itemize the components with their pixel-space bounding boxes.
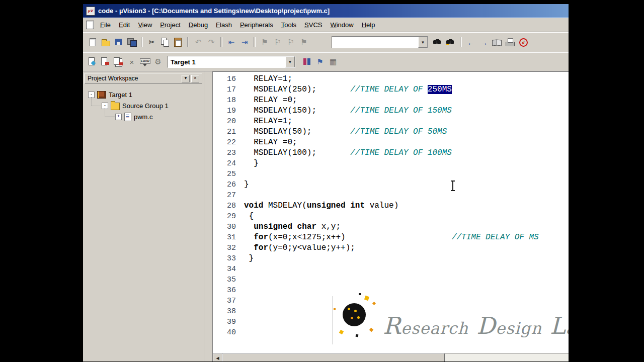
panel-splitter[interactable] [204,71,213,361]
save-icon[interactable] [112,36,125,48]
code-editor[interactable]: 16 RELAY=1;17 MSDELAY(250); //TIME DELAY… [213,71,569,361]
tree-expander[interactable]: + [115,114,122,120]
menu-file[interactable]: File [96,20,115,30]
menu-tools[interactable]: Tools [277,20,300,30]
target-value[interactable]: Target 1 [168,58,285,66]
tree-item-target-1[interactable]: -Target 1 [83,89,204,100]
line-code: { [244,211,254,222]
scroll-left-button[interactable]: ◀ [213,353,222,361]
editor-line[interactable]: 18 RELAY =0; [213,95,569,106]
unindent-icon[interactable] [225,36,238,48]
file-extensions-icon[interactable] [313,56,327,68]
workspace-menu-button[interactable]: ▾ [182,75,190,82]
stop-build-icon[interactable] [125,56,138,68]
undo-icon[interactable] [192,36,205,48]
workspace-close-button[interactable]: × [191,75,199,82]
find-combobox[interactable]: ▼ [332,36,428,48]
menu-view[interactable]: View [134,20,156,30]
editor-line[interactable]: 35 [213,275,569,285]
editor-line[interactable]: 16 RELAY=1; [213,74,569,84]
open-folder-icon[interactable] [99,36,112,48]
editor-line[interactable]: 29 { [213,211,569,222]
build-target-icon[interactable] [99,56,112,68]
editor-line[interactable]: 34 [213,264,569,275]
code-text: { [244,212,254,221]
line-number: 35 [213,275,244,285]
menu-project[interactable]: Project [156,20,184,30]
target-dropdown-button[interactable]: ▼ [285,56,295,67]
menu-edit[interactable]: Edit [115,20,134,30]
watermark-word: Research [383,312,468,339]
menu-help[interactable]: Help [358,20,379,30]
paste-icon[interactable] [172,36,185,48]
editor-line[interactable]: 32 for(y=0;y<value;y++); [213,243,569,253]
find-in-files-icon[interactable] [431,36,444,48]
menu-debug[interactable]: Debug [185,20,212,30]
bookmark-toggle-icon[interactable] [258,36,271,48]
print-icon[interactable] [504,36,517,48]
document-icon[interactable] [86,21,94,29]
editor-line[interactable]: 27 [213,190,569,201]
download-flash-icon[interactable] [138,56,151,68]
line-number: 29 [213,211,244,222]
code-text: RELAY =0; [244,138,297,147]
line-number: 40 [213,327,244,338]
horizontal-scrollbar[interactable]: ◀ [213,353,569,361]
copy-icon[interactable] [158,36,172,48]
target-combobox[interactable]: Target 1 ▼ [168,56,295,68]
options-for-target-icon[interactable] [300,56,313,68]
toolbar-separator [187,37,189,47]
editor-line[interactable]: 21 MSDELAY(50); //TIME DELAY OF 50MS [213,127,569,137]
editor-line[interactable]: 20 RELAY=1; [213,116,569,127]
code-text: (y=0;y<value;y++); [268,243,355,252]
bookmark-next-icon[interactable] [284,36,297,48]
code-text: } [244,254,254,263]
project-workspace-panel: Project Workspace ▾ × -Target 1-Source G… [83,71,204,361]
tree-item-label[interactable]: Source Group 1 [122,102,169,110]
line-code: for(y=0;y<value;y++); [244,243,355,253]
new-file-icon[interactable] [86,36,99,48]
find-dropdown-button[interactable]: ▼ [418,37,428,48]
editor-line[interactable]: 33 } [213,253,569,264]
editor-line[interactable]: 26} [213,179,569,190]
indent-icon[interactable] [238,36,251,48]
cut-icon[interactable] [145,36,158,48]
tree-item-source-group-1[interactable]: -Source Group 1 [83,100,204,111]
editor-line[interactable]: 17 MSDELAY(250); //TIME DELAY OF 250MS [213,84,569,95]
navigate-forward-icon[interactable] [477,36,491,48]
line-number: 27 [213,190,244,201]
configure-flash-icon[interactable] [151,56,165,68]
menu-window[interactable]: Window [326,20,357,30]
tree-item-label[interactable]: Target 1 [109,91,132,99]
tree-item-pwm-c[interactable]: +pwm.c [83,111,204,122]
bookmark-clear-icon[interactable] [297,36,310,48]
update-icon[interactable] [517,36,530,48]
line-number: 25 [213,169,244,179]
editor-line[interactable]: 24 } [213,158,569,169]
editor-line[interactable]: 19 MSDELAY(150); //TIME DELAY OF 150MS [213,106,569,116]
uvision-window: code - µVision3 - [C:\Documents and Sett… [83,4,569,361]
menu-flash[interactable]: Flash [212,20,236,30]
redo-icon[interactable] [205,36,218,48]
editor-line[interactable]: 23 MSDELAY(100); //TIME DELAY OF 100MS [213,148,569,158]
translate-file-icon[interactable] [86,56,99,68]
save-all-icon[interactable] [125,36,138,48]
environment-icon[interactable] [327,56,340,68]
rebuild-all-icon[interactable] [112,56,125,68]
editor-line[interactable]: 28void MSDELAY(unsigned int value) [213,201,569,211]
line-code: unsigned char x,y; [244,222,341,232]
menu-peripherals[interactable]: Peripherals [236,20,277,30]
editor-line[interactable]: 31 for(x=0;x<1275;x++) //TIME DELAY OF M… [213,232,569,243]
bookmark-prev-icon[interactable] [271,36,284,48]
editor-line[interactable]: 22 RELAY =0; [213,137,569,148]
find-icon[interactable] [444,36,457,48]
editor-line[interactable]: 37 [213,296,569,306]
tree-item-label[interactable]: pwm.c [134,113,153,121]
navigate-back-icon[interactable] [464,36,477,48]
editor-line[interactable]: 25 [213,169,569,179]
editor-line[interactable]: 36 [213,285,569,296]
editor-line[interactable]: 30 unsigned char x,y; [213,222,569,232]
menu-svcs[interactable]: SVCS [300,20,326,30]
scrollbar-thumb[interactable] [222,353,445,361]
books-icon[interactable] [491,36,504,48]
